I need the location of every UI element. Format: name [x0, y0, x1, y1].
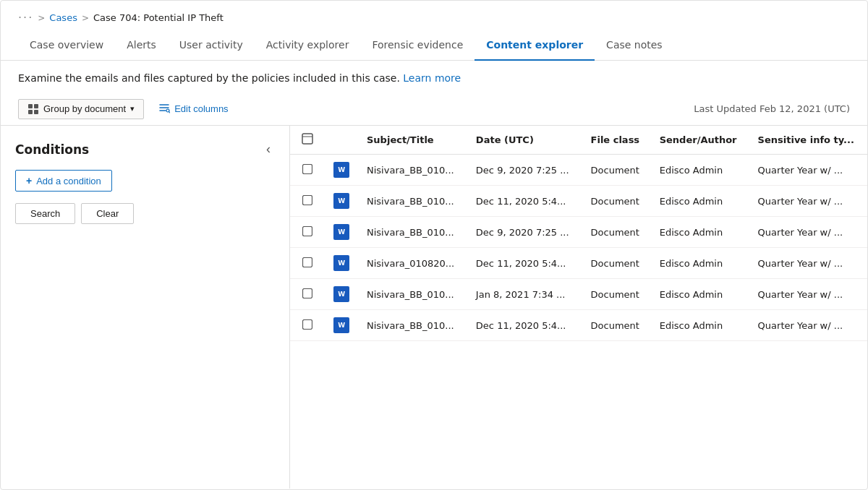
row-file-class: Document: [582, 279, 651, 310]
svg-rect-8: [303, 226, 312, 236]
group-by-icon: [27, 103, 39, 115]
row-sender: Edisco Admin: [651, 217, 749, 248]
nav-tabs: Case overview Alerts User activity Activ…: [1, 32, 867, 61]
table-header: Subject/Title Date (UTC) File class Send…: [290, 126, 867, 155]
row-date: Dec 11, 2020 5:4...: [467, 310, 582, 341]
row-checkbox[interactable]: [290, 155, 325, 186]
row-file-icon: W: [325, 217, 358, 248]
tab-case-overview[interactable]: Case overview: [18, 32, 115, 61]
row-file-class: Document: [582, 186, 651, 217]
row-date: Dec 9, 2020 7:25 ...: [467, 155, 582, 186]
row-file-icon: W: [325, 248, 358, 279]
row-subject: Nisivara_010820...: [358, 248, 467, 279]
main-content: Conditions ‹ + Add a condition Search Cl…: [1, 125, 867, 489]
conditions-header: Conditions ‹: [15, 140, 275, 158]
row-date: Dec 9, 2020 7:25 ...: [467, 217, 582, 248]
description: Examine the emails and files captured by…: [1, 61, 867, 93]
collapse-conditions-button[interactable]: ‹: [262, 140, 275, 158]
table-row[interactable]: W Nisivara_BB_010... Jan 8, 2021 7:34 ..…: [290, 279, 867, 310]
row-sensitive: Quarter Year w/ ...: [749, 279, 867, 310]
col-header-filetype: [325, 126, 358, 155]
row-file-class: Document: [582, 310, 651, 341]
add-condition-label: Add a condition: [36, 176, 101, 186]
group-by-label: Group by document: [43, 103, 126, 114]
row-sensitive: Quarter Year w/ ...: [749, 248, 867, 279]
chevron-down-icon: ▾: [130, 104, 135, 113]
tab-case-notes[interactable]: Case notes: [595, 32, 674, 61]
table-row[interactable]: W Nisivara_010820... Dec 11, 2020 5:4...…: [290, 248, 867, 279]
row-checkbox[interactable]: [290, 217, 325, 248]
col-header-subject[interactable]: Subject/Title: [358, 126, 467, 155]
row-subject: Nisivara_BB_010...: [358, 279, 467, 310]
row-subject: Nisivara_BB_010...: [358, 186, 467, 217]
col-header-date[interactable]: Date (UTC): [467, 126, 582, 155]
svg-rect-9: [303, 257, 312, 267]
table-row[interactable]: W Nisivara_BB_010... Dec 11, 2020 5:4...…: [290, 186, 867, 217]
search-button[interactable]: Search: [15, 203, 75, 224]
col-header-sensitive[interactable]: Sensitive info ty...: [749, 126, 867, 155]
breadcrumb-sep2: >: [82, 13, 89, 23]
row-checkbox[interactable]: [290, 279, 325, 310]
tab-forensic-evidence[interactable]: Forensic evidence: [360, 32, 475, 61]
breadcrumb-sep1: >: [38, 13, 45, 23]
edit-columns-label: Edit columns: [174, 103, 228, 114]
svg-rect-2: [28, 110, 33, 114]
row-sender: Edisco Admin: [651, 186, 749, 217]
breadcrumb-dots[interactable]: ···: [18, 11, 33, 25]
row-sensitive: Quarter Year w/ ...: [749, 186, 867, 217]
table-row[interactable]: W Nisivara_BB_010... Dec 9, 2020 7:25 ..…: [290, 217, 867, 248]
row-checkbox[interactable]: [290, 186, 325, 217]
row-sensitive: Quarter Year w/ ...: [749, 217, 867, 248]
row-checkbox[interactable]: [290, 310, 325, 341]
row-date: Dec 11, 2020 5:4...: [467, 248, 582, 279]
row-subject: Nisivara_BB_010...: [358, 310, 467, 341]
col-header-sender[interactable]: Sender/Author: [651, 126, 749, 155]
breadcrumb-cases[interactable]: Cases: [49, 12, 77, 23]
row-sender: Edisco Admin: [651, 279, 749, 310]
row-sensitive: Quarter Year w/ ...: [749, 310, 867, 341]
col-header-fileclass[interactable]: File class: [582, 126, 651, 155]
tab-alerts[interactable]: Alerts: [115, 32, 168, 61]
row-file-class: Document: [582, 155, 651, 186]
svg-rect-11: [303, 319, 312, 329]
row-subject: Nisivara_BB_010...: [358, 155, 467, 186]
table-row[interactable]: W Nisivara_BB_010... Dec 9, 2020 7:25 ..…: [290, 155, 867, 186]
svg-rect-0: [28, 104, 33, 108]
svg-rect-10: [303, 288, 312, 298]
tab-activity-explorer[interactable]: Activity explorer: [255, 32, 361, 61]
row-checkbox[interactable]: [290, 248, 325, 279]
col-header-checkbox: [290, 126, 325, 155]
toolbar: Group by document ▾ Edit columns Last Up…: [1, 93, 867, 125]
group-by-button[interactable]: Group by document ▾: [18, 99, 144, 119]
toolbar-left: Group by document ▾ Edit columns: [18, 98, 234, 119]
edit-columns-button[interactable]: Edit columns: [153, 98, 234, 119]
row-sender: Edisco Admin: [651, 155, 749, 186]
breadcrumb: ··· > Cases > Case 704: Potential IP The…: [1, 1, 867, 32]
description-text: Examine the emails and files captured by…: [18, 72, 400, 84]
breadcrumb-current: Case 704: Potential IP Theft: [93, 12, 224, 23]
tab-content-explorer[interactable]: Content explorer: [475, 32, 595, 61]
plus-icon: +: [26, 175, 32, 186]
row-file-icon: W: [325, 310, 358, 341]
svg-rect-1: [34, 104, 38, 108]
tab-user-activity[interactable]: User activity: [168, 32, 255, 61]
table-body: W Nisivara_BB_010... Dec 9, 2020 7:25 ..…: [290, 155, 867, 341]
svg-rect-5: [302, 134, 312, 144]
conditions-title: Conditions: [15, 142, 89, 157]
clear-button[interactable]: Clear: [81, 203, 134, 224]
row-sender: Edisco Admin: [651, 310, 749, 341]
data-panel: Subject/Title Date (UTC) File class Send…: [290, 126, 867, 489]
svg-rect-6: [303, 164, 312, 173]
row-subject: Nisivara_BB_010...: [358, 217, 467, 248]
table-row[interactable]: W Nisivara_BB_010... Dec 11, 2020 5:4...…: [290, 310, 867, 341]
learn-more-link[interactable]: Learn more: [403, 72, 461, 84]
row-file-class: Document: [582, 248, 651, 279]
conditions-actions: Search Clear: [15, 203, 275, 224]
svg-rect-7: [303, 195, 312, 205]
row-file-class: Document: [582, 217, 651, 248]
edit-columns-icon: [158, 102, 170, 116]
add-condition-button[interactable]: + Add a condition: [15, 170, 112, 192]
svg-rect-3: [34, 110, 38, 114]
row-file-icon: W: [325, 279, 358, 310]
conditions-panel: Conditions ‹ + Add a condition Search Cl…: [1, 126, 290, 489]
